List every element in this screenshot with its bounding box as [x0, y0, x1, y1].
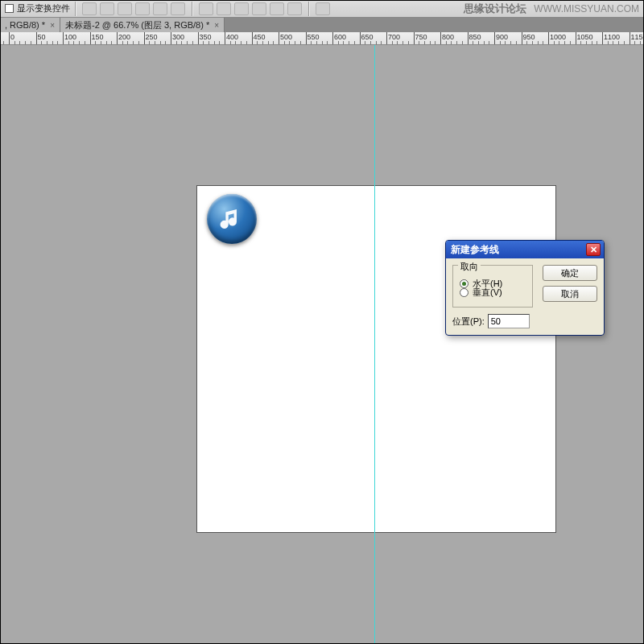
- close-button[interactable]: ✕: [586, 243, 601, 256]
- watermark-url: WWW.MISSYUAN.COM: [534, 3, 639, 14]
- ruler-label: 50: [38, 33, 46, 41]
- ruler-tick: [548, 32, 549, 44]
- position-label: 位置(P):: [452, 316, 485, 328]
- ok-button[interactable]: 确定: [543, 265, 597, 281]
- document-canvas[interactable]: [197, 186, 555, 532]
- ruler-label: 800: [442, 33, 454, 41]
- orientation-group: 取向 水平(H) 垂直(V): [452, 265, 533, 308]
- document-tab-active[interactable]: 未标题-2 @ 66.7% (图层 3, RGB/8) * ×: [60, 18, 225, 32]
- ruler-label: 700: [388, 33, 400, 41]
- radio-vertical-row[interactable]: 垂直(V): [460, 287, 526, 299]
- distribute-icon-6[interactable]: [287, 2, 302, 15]
- align-icon-4[interactable]: [135, 2, 150, 15]
- distribute-icon-5[interactable]: [270, 2, 284, 15]
- ruler-tick: [36, 32, 37, 44]
- ruler-label: 900: [496, 33, 508, 41]
- ruler-label: 950: [523, 33, 535, 41]
- ruler-tick: [414, 32, 415, 44]
- group-title: 取向: [458, 261, 481, 273]
- ruler-tick: [494, 32, 495, 44]
- position-input[interactable]: [488, 314, 530, 328]
- close-icon[interactable]: ×: [50, 21, 55, 30]
- ruler-label: 500: [280, 33, 292, 41]
- close-icon[interactable]: ×: [214, 21, 219, 30]
- ruler-label: 0: [10, 33, 14, 41]
- document-tab-left[interactable]: , RGB/8) * ×: [0, 18, 60, 32]
- ruler-tick: [306, 32, 307, 44]
- document-tabs: , RGB/8) * × 未标题-2 @ 66.7% (图层 3, RGB/8)…: [0, 18, 644, 32]
- vertical-guide[interactable]: [374, 45, 375, 644]
- tab-label: 未标题-2 @ 66.7% (图层 3, RGB/8) *: [65, 19, 209, 31]
- ruler-label: 1000: [550, 33, 566, 41]
- ruler-label: 300: [172, 33, 184, 41]
- show-transform-label: 显示变换控件: [17, 2, 70, 14]
- watermark-zh: 思缘设计论坛: [464, 2, 526, 14]
- ruler-tick: [279, 32, 279, 44]
- dialog-body: 取向 水平(H) 垂直(V) 位置(P): 确定 取消: [446, 258, 604, 335]
- distribute-icon-4[interactable]: [252, 2, 266, 15]
- ruler-label: 100: [64, 33, 76, 41]
- ruler-tick: [144, 32, 145, 44]
- align-icon-2[interactable]: [100, 2, 114, 15]
- ruler-tick: [602, 32, 603, 44]
- ruler-tick: [332, 32, 333, 44]
- music-note-icon: [207, 194, 257, 244]
- ruler-label: 850: [469, 33, 481, 41]
- show-transform-checkbox[interactable]: [5, 4, 14, 13]
- canvas-area[interactable]: [0, 45, 644, 644]
- ruler-tick: [90, 32, 91, 44]
- radio-label: 垂直(V): [473, 287, 502, 299]
- align-icon-1[interactable]: [82, 2, 97, 15]
- align-icon-6[interactable]: [171, 2, 185, 15]
- extra-icon[interactable]: [316, 2, 330, 15]
- ruler-tick: [63, 32, 64, 44]
- align-icon-5[interactable]: [153, 2, 167, 15]
- radio-vertical[interactable]: [460, 288, 469, 297]
- radio-horizontal[interactable]: [460, 279, 469, 288]
- separator: [192, 2, 192, 16]
- ruler-label: 750: [415, 33, 427, 41]
- separator: [308, 2, 309, 16]
- align-icon-3[interactable]: [118, 2, 132, 15]
- watermark: 思缘设计论坛 WWW.MISSYUAN.COM: [464, 2, 639, 16]
- distribute-icon-3[interactable]: [234, 2, 249, 15]
- ruler-label: 1100: [604, 33, 620, 41]
- new-guide-dialog: 新建参考线 ✕ 取向 水平(H) 垂直(V) 位置(P): 确定 取消: [445, 240, 605, 336]
- ruler-tick: [360, 32, 361, 44]
- ruler-label: 550: [308, 33, 320, 41]
- ruler-label: 200: [118, 33, 130, 41]
- horizontal-ruler[interactable]: 1005005010015020025030035040045050055060…: [0, 32, 644, 45]
- ruler-tick: [198, 32, 199, 44]
- ruler-tick: [386, 32, 387, 44]
- ruler-tick: [576, 32, 576, 44]
- ruler-label: 650: [361, 33, 374, 41]
- position-row: 位置(P):: [452, 314, 597, 328]
- ruler-label: 350: [200, 33, 212, 41]
- ruler-label: 600: [334, 33, 346, 41]
- ruler-label: 150: [92, 33, 104, 41]
- ruler-label: 250: [146, 33, 158, 41]
- distribute-icon-2[interactable]: [217, 2, 231, 15]
- dialog-title: 新建参考线: [449, 243, 586, 257]
- ruler-tick: [252, 32, 253, 44]
- cancel-button[interactable]: 取消: [543, 286, 597, 302]
- ruler-label: 1050: [577, 33, 593, 41]
- ruler-tick: [117, 32, 118, 44]
- distribute-icon-1[interactable]: [199, 2, 213, 15]
- dialog-buttons: 确定 取消: [543, 265, 597, 307]
- ruler-label: 400: [226, 33, 238, 41]
- ruler-tick: [468, 32, 469, 44]
- ruler-tick: [225, 32, 225, 44]
- ruler-label: 450: [254, 33, 266, 41]
- tab-label: , RGB/8) *: [5, 20, 45, 30]
- ruler-tick: [440, 32, 441, 44]
- ruler-tick: [9, 32, 10, 44]
- workspace: 1005005010015020025030035040045050055060…: [0, 32, 644, 644]
- ruler-tick: [630, 32, 630, 44]
- separator: [75, 2, 76, 16]
- ruler-tick: [522, 32, 522, 44]
- ruler-label: 1150: [631, 33, 645, 41]
- dialog-titlebar[interactable]: 新建参考线 ✕: [446, 241, 604, 258]
- ruler-tick: [171, 32, 171, 44]
